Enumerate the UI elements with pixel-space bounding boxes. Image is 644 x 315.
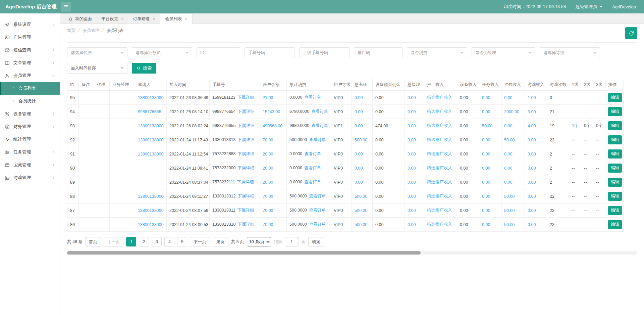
horizontal-scrollbar[interactable] (67, 251, 637, 255)
balance-value[interactable]: 70.00 (263, 208, 273, 213)
red_income-value[interactable]: 50.00 (504, 222, 515, 227)
game_income-value[interactable]: 0.00 (528, 194, 536, 199)
consumed-select[interactable]: 是否消费 (407, 47, 467, 58)
subordinate-detail-link[interactable]: 下属详细 (238, 151, 255, 156)
confirm-button[interactable]: 确定 (308, 237, 324, 246)
balance-value[interactable]: 21.00 (263, 95, 273, 100)
task_income-value[interactable]: 50.00 (482, 124, 492, 128)
recharge-value[interactable]: 0.00 (355, 152, 363, 156)
subordinate-detail-link[interactable]: 下属详细 (238, 166, 255, 170)
game_income-value[interactable]: 0.00 (528, 152, 536, 156)
withdraw-value[interactable]: 0.00 (408, 208, 416, 213)
next-page-button[interactable]: 下一页 (190, 237, 210, 246)
sort-select[interactable]: 加入时间排序 (67, 63, 127, 74)
sidebar-item-ads[interactable]: 广告管理 (0, 31, 60, 44)
sidebar-item-system[interactable]: 系统设置 (0, 18, 60, 31)
task_income-value[interactable]: 0.00 (482, 138, 490, 142)
promo-income-link[interactable]: 筛选推广收入 (427, 95, 452, 100)
subordinate-detail-link[interactable]: 下属详细 (237, 180, 254, 184)
edit-button[interactable]: 编辑 (608, 135, 622, 144)
red_income-value[interactable]: 50.00 (504, 138, 515, 142)
id-input[interactable] (197, 47, 240, 58)
game_income-value[interactable]: 3.00 (528, 109, 536, 114)
withdraw-value[interactable]: 0.00 (408, 222, 416, 227)
balance-value[interactable]: 70.00 (263, 138, 273, 142)
withdraw-value[interactable]: 0.00 (408, 152, 416, 156)
first-page-button[interactable]: 首页 (85, 237, 101, 246)
red_income-value[interactable]: 0.00 (504, 180, 512, 185)
agent-select[interactable]: 请选择代理 (67, 47, 127, 58)
balance-value[interactable]: 70.00 (263, 194, 273, 199)
recharge-value[interactable]: 0.00 (355, 95, 363, 100)
sidebar-item-finance[interactable]: 财务管理 (0, 120, 60, 133)
red_income-value[interactable]: 50.00 (504, 208, 515, 213)
sidebar-item-games[interactable]: 游戏管理 (0, 171, 60, 184)
inviter-value[interactable]: 9988776655 (138, 109, 161, 114)
edit-button[interactable]: 编辑 (608, 93, 622, 102)
sidebar-item-stats[interactable]: 统计管理 (0, 133, 60, 146)
promo-income-link[interactable]: 筛选推广收入 (427, 194, 452, 198)
subordinate-detail-link[interactable]: 下属详细 (237, 95, 254, 100)
view-orders-link[interactable]: 查看订单 (304, 180, 321, 184)
edit-button[interactable]: 编辑 (608, 164, 622, 173)
game_income-value[interactable]: 0.00 (528, 166, 536, 171)
view-orders-link[interactable]: 查看订单 (309, 222, 326, 227)
view-orders-link[interactable]: 查看订单 (311, 123, 328, 128)
role-dropdown[interactable]: 超级管理员 (575, 4, 603, 10)
promo-income-link[interactable]: 筛选推广收入 (427, 123, 452, 128)
red_income-value[interactable]: 2000.00 (504, 109, 519, 114)
balance-value[interactable]: 70.00 (263, 222, 273, 227)
search-button[interactable]: 搜索 (132, 63, 156, 74)
inviter-value[interactable]: 13800138000 (138, 222, 163, 227)
balance-value[interactable]: 20.00 (263, 166, 273, 171)
red_income-value[interactable]: 0.00 (504, 152, 512, 156)
recharge-value[interactable]: 500.00 (355, 222, 367, 227)
close-icon[interactable]: × (153, 16, 156, 21)
view-orders-link[interactable]: 查看订单 (311, 109, 328, 114)
task_income-value[interactable]: 0.00 (482, 208, 490, 213)
view-orders-link[interactable]: 查看订单 (304, 151, 321, 156)
upper-phone-input[interactable] (299, 47, 350, 58)
task_income-value[interactable]: 0.00 (482, 222, 490, 227)
red_income-value[interactable]: 50.00 (504, 194, 515, 199)
subordinate-detail-link[interactable]: 下属详细 (238, 109, 255, 114)
sidebar-item-devices[interactable]: 设备管理 (0, 107, 60, 120)
edit-button[interactable]: 编辑 (608, 206, 622, 215)
view-orders-link[interactable]: 查看订单 (309, 208, 326, 213)
recharge-value[interactable]: 0.00 (355, 166, 363, 171)
task_income-value[interactable]: 0.00 (482, 95, 490, 100)
phone-input[interactable] (245, 47, 295, 58)
balance-value[interactable]: 20.00 (263, 180, 273, 185)
sidebar-item-sms[interactable]: 短信查询 (0, 44, 60, 56)
game_income-value[interactable]: 4.00 (528, 124, 536, 128)
withdraw-value[interactable]: 0.00 (408, 180, 416, 185)
view-orders-link[interactable]: 查看订单 (309, 137, 326, 142)
breadcrumb-item[interactable]: 会员管理 (83, 28, 99, 34)
edit-button[interactable]: 编辑 (608, 149, 622, 159)
sidebar-subitem-4-0[interactable]: 会员列表 (0, 82, 60, 95)
promo-income-link[interactable]: 筛选推广收入 (427, 109, 452, 114)
withdraw-value[interactable]: 0.00 (408, 138, 416, 142)
inviter-value[interactable]: 13800138000 (138, 152, 163, 156)
withdraw-value[interactable]: 0.00 (408, 109, 416, 114)
close-icon[interactable]: × (121, 16, 124, 21)
withdraw-value[interactable]: 0.00 (408, 166, 416, 171)
sidebar-item-members[interactable]: 会员管理 (0, 69, 60, 82)
recharge-value[interactable]: 0.00 (355, 180, 363, 185)
balance-value[interactable]: 490568.00 (263, 124, 282, 128)
recharge-value[interactable]: 500.00 (355, 194, 367, 199)
view-orders-link[interactable]: 查看订单 (304, 166, 321, 170)
withdraw-value[interactable]: 0.00 (408, 95, 416, 100)
goto-page-input[interactable] (285, 237, 299, 246)
task_income-value[interactable]: 0.00 (482, 166, 490, 171)
inviter-value[interactable]: 13800138000 (138, 194, 163, 199)
tab-2[interactable]: 订单赠送× (128, 14, 160, 24)
page-button-1[interactable]: 1 (126, 237, 136, 246)
game_income-value[interactable]: 0.00 (528, 138, 536, 142)
promo-code-input[interactable] (354, 47, 402, 58)
sidebar-item-articles[interactable]: 文章管理 (0, 56, 60, 69)
level-select[interactable]: 请选择等级 (540, 47, 600, 58)
page-button-3[interactable]: 3 (152, 237, 162, 246)
recharge-value[interactable]: 500.00 (355, 208, 367, 213)
per-page-select[interactable]: 10 条/页 (247, 237, 271, 246)
